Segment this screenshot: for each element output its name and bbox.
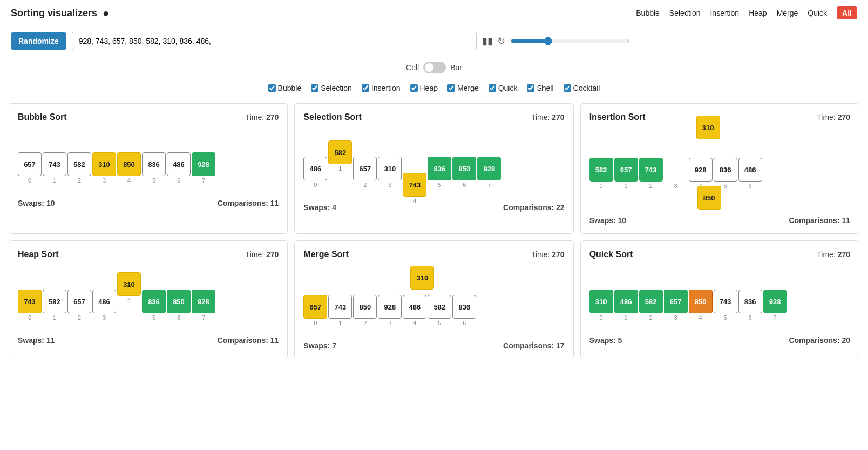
card-selection-time: Time: 270 [531, 113, 565, 122]
checkbox-bubble[interactable]: Bubble [268, 84, 302, 92]
card-bubble-header: Bubble Sort Time: 270 [18, 112, 279, 122]
cell: 5821 [43, 290, 66, 321]
nav-insertion[interactable]: Insertion [710, 9, 739, 17]
card-heap-time: Time: 270 [246, 250, 279, 259]
cell: 6570 [303, 295, 327, 326]
cell: 8506 [452, 157, 476, 188]
checkbox-quick[interactable]: Quick [489, 84, 518, 92]
array-input[interactable] [72, 32, 477, 50]
swaps-label: Swaps: 7 [303, 341, 336, 350]
cell: 9287 [192, 152, 215, 184]
nav-merge[interactable]: Merge [777, 9, 798, 17]
cell: 7435 [714, 290, 737, 321]
card-insertion: Insertion Sort Time: 270 5820 6571 7432 … [580, 103, 859, 234]
cell-floating-850: 850 [697, 186, 721, 210]
card-selection-viz: 4860 582 1 6572 3103 743 4 8365 8506 928… [303, 129, 564, 198]
checkbox-heap[interactable]: Heap [410, 84, 438, 92]
cell: 6572 [67, 290, 91, 321]
cell: 8365 [142, 152, 166, 184]
cell: 8504 [117, 152, 141, 184]
comparisons-label: Comparisons: 22 [503, 203, 565, 212]
card-insertion-viz: 5820 6571 7432 310 3 9284 8365 4866 850 [589, 129, 850, 199]
cell: 743 4 [403, 157, 426, 188]
card-heap-header: Heap Sort Time: 270 [18, 250, 279, 259]
header-nav: Bubble Selection Insertion Heap Merge Qu… [636, 6, 857, 19]
cell: 8506 [167, 290, 191, 321]
nav-selection[interactable]: Selection [669, 9, 701, 17]
cell: 5822 [639, 290, 663, 321]
app-header: Sorting visualizers ● Bubble Selection I… [0, 0, 868, 26]
cell: 4864 [403, 295, 426, 326]
card-quick-footer: Swaps: 5 Comparisons: 20 [589, 336, 850, 345]
randomize-button[interactable]: Randomize [11, 32, 66, 50]
cell: 4863 [92, 290, 116, 321]
cell: 8502 [353, 295, 377, 326]
card-bubble: Bubble Sort Time: 270 6570 7431 5822 310… [9, 103, 288, 234]
cell: 4866 [167, 152, 191, 184]
cell: 310 3 [664, 158, 688, 189]
checkbox-merge[interactable]: Merge [447, 84, 479, 92]
cell: 9287 [477, 157, 501, 188]
cell: 5825 [428, 295, 451, 326]
card-insertion-footer: Swaps: 10 Comparisons: 11 [589, 216, 850, 225]
card-heap: Heap Sort Time: 270 7430 5821 6572 4863 … [9, 240, 288, 359]
cell: 6570 [18, 152, 42, 184]
card-quick-title: Quick Sort [589, 250, 633, 259]
cell: 8365 [714, 158, 737, 189]
toggle-cell-label: Cell [406, 63, 419, 72]
checkbox-selection[interactable]: Selection [311, 84, 352, 92]
card-selection-footer: Swaps: 4 Comparisons: 22 [303, 203, 564, 212]
swaps-label: Swaps: 10 [18, 199, 55, 207]
cell: 8366 [738, 290, 762, 321]
card-insertion-title: Insertion Sort [589, 112, 646, 122]
card-merge-footer: Swaps: 7 Comparisons: 17 [303, 341, 564, 350]
comparisons-label: Comparisons: 11 [789, 216, 850, 225]
cell: 582 1 [328, 157, 352, 188]
cell: 4866 [738, 158, 762, 189]
card-selection: Selection Sort Time: 270 4860 582 1 6572… [294, 103, 573, 234]
cell: 9283 [378, 295, 402, 326]
checkbox-shell[interactable]: Shell [527, 84, 553, 92]
card-heap-viz: 7430 5821 6572 4863 310 4 8365 8506 9287 [18, 266, 279, 331]
card-bubble-footer: Swaps: 10 Comparisons: 11 [18, 199, 279, 207]
app-title: Sorting visualizers ● [11, 7, 109, 19]
card-quick-header: Quick Sort Time: 270 [589, 250, 850, 259]
comparisons-label: Comparisons: 17 [503, 341, 565, 350]
cell: 3100 [589, 290, 613, 321]
card-bubble-viz: 6570 7431 5822 3103 8504 8365 4866 9287 [18, 129, 279, 193]
nav-all-button[interactable]: All [837, 6, 857, 19]
cell: 7432 [639, 158, 663, 189]
cell: 7431 [43, 152, 66, 184]
card-selection-title: Selection Sort [303, 112, 362, 122]
nav-heap[interactable]: Heap [749, 9, 767, 17]
speed-slider[interactable] [511, 37, 629, 45]
swaps-label: Swaps: 4 [303, 203, 336, 212]
cell: 8365 [142, 290, 166, 321]
cell: 5820 [589, 158, 613, 189]
cell: 7430 [18, 290, 42, 321]
card-insertion-time: Time: 270 [817, 113, 850, 122]
comparisons-label: Comparisons: 11 [218, 199, 279, 207]
card-merge-viz: 310 6570 7431 8502 9283 4864 5825 8366 [303, 266, 564, 336]
card-bubble-time: Time: 270 [246, 113, 279, 122]
view-toggle-switch[interactable] [423, 62, 446, 73]
cell: 3103 [378, 157, 402, 188]
cell-merge-310: 310 [410, 266, 434, 290]
card-heap-footer: Swaps: 11 Comparisons: 11 [18, 336, 279, 345]
checkbox-cocktail[interactable]: Cocktail [564, 84, 600, 92]
card-merge-title: Merge Sort [303, 250, 349, 259]
reset-button[interactable]: ↻ [497, 35, 505, 47]
nav-quick[interactable]: Quick [808, 9, 827, 17]
card-quick-time: Time: 270 [817, 250, 850, 259]
pause-button[interactable]: ▮▮ [482, 35, 493, 47]
nav-bubble[interactable]: Bubble [636, 9, 660, 17]
swaps-label: Swaps: 11 [18, 336, 55, 345]
cell: 9284 [689, 158, 713, 189]
card-merge-header: Merge Sort Time: 270 [303, 250, 564, 259]
cell: 6571 [614, 158, 638, 189]
cell: 3103 [92, 152, 116, 184]
cell: 8365 [428, 157, 451, 188]
card-merge-time: Time: 270 [531, 250, 565, 259]
card-bubble-title: Bubble Sort [18, 112, 67, 122]
checkbox-insertion[interactable]: Insertion [362, 84, 401, 92]
